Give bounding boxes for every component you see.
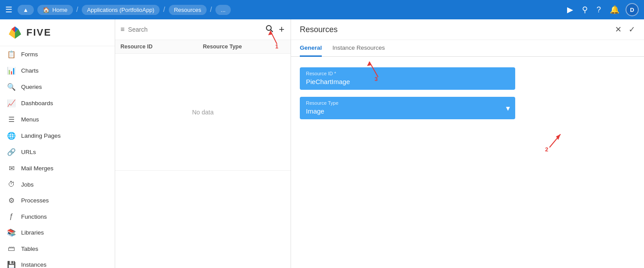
dropdown-icon[interactable]: ▾ — [506, 103, 510, 113]
add-button[interactable]: + — [278, 23, 285, 36]
resource-id-value: PieChartImage — [306, 78, 509, 85]
col-header-resource-type: Resource Type — [203, 44, 286, 50]
sidebar-label-landing-pages: Landing Pages — [21, 132, 61, 139]
sidebar: FIVE 📋 Forms 📊 Charts 🔍 Queries 📈 Dashbo… — [0, 19, 115, 268]
sidebar-item-processes[interactable]: ⚙ Processes — [0, 192, 115, 209]
up-icon: ▲ — [23, 7, 29, 13]
sidebar-label-forms: Forms — [21, 51, 38, 58]
detail-header: Resources ✕ ✓ — [291, 19, 644, 40]
sidebar-item-urls[interactable]: 🔗 URLs — [0, 144, 115, 160]
search-button[interactable] — [265, 24, 274, 36]
sidebar-item-charts[interactable]: 📊 Charts — [0, 62, 115, 79]
logo-text: FIVE — [26, 27, 51, 38]
ellipsis-label: ... — [221, 7, 226, 13]
sidebar-label-libraries: Libraries — [21, 229, 44, 236]
home-button[interactable]: 🏠 Home — [37, 5, 73, 15]
tab-general[interactable]: General — [300, 40, 322, 57]
ellipsis-breadcrumb[interactable]: ... — [215, 5, 231, 15]
sidebar-item-instances[interactable]: 💾 Instances — [0, 257, 115, 268]
functions-icon: ƒ — [7, 213, 16, 220]
avatar-label: D — [630, 7, 634, 13]
no-data-text: No data — [192, 109, 214, 116]
sidebar-label-dashboards: Dashboards — [21, 100, 53, 106]
sidebar-item-menus[interactable]: ☰ Menus — [0, 111, 115, 128]
play-button[interactable]: ▶ — [564, 3, 576, 16]
sidebar-label-functions: Functions — [21, 213, 47, 220]
resources-breadcrumb[interactable]: Resources — [169, 5, 207, 15]
mail-merges-icon: ✉ — [7, 164, 16, 173]
resource-type-value: Image — [306, 107, 509, 115]
sidebar-logo: FIVE — [0, 19, 115, 46]
sidebar-item-jobs[interactable]: ⏱ Jobs — [0, 176, 115, 192]
sidebar-item-dashboards[interactable]: 📈 Dashboards — [0, 95, 115, 111]
app-breadcrumb[interactable]: Applications (PortfolioApp) — [82, 5, 160, 15]
sidebar-label-jobs: Jobs — [21, 181, 34, 188]
urls-icon: 🔗 — [7, 148, 16, 156]
topbar: ☰ ▲ 🏠 Home / Applications (PortfolioApp)… — [0, 0, 644, 19]
breadcrumb-separator-1: / — [76, 6, 78, 14]
resource-id-field[interactable]: Resource ID * PieChartImage — [300, 67, 515, 90]
breadcrumb-separator-3: / — [210, 6, 212, 14]
sidebar-label-urls: URLs — [21, 149, 36, 155]
form-area: Resource ID * PieChartImage Resource Typ… — [291, 57, 644, 268]
notifications-button[interactable]: 🔔 — [607, 3, 622, 16]
processes-icon: ⚙ — [7, 196, 16, 205]
filter-icon: ≡ — [120, 26, 124, 33]
sidebar-label-mail-merges: Mail Merges — [21, 165, 54, 172]
tab-instance-resources[interactable]: Instance Resources — [332, 40, 385, 57]
sidebar-label-processes: Processes — [21, 197, 49, 204]
list-panel: ≡ + Resource ID Resource Type No da — [115, 19, 291, 268]
home-icon: 🏠 — [43, 7, 50, 13]
libraries-icon: 📚 — [7, 228, 16, 237]
list-toolbar: ≡ + — [115, 19, 291, 40]
resource-id-label: Resource ID * — [306, 71, 509, 76]
list-empty-state: No data — [115, 54, 291, 171]
tables-icon: 🗃 — [7, 245, 16, 253]
list-empty-bottom — [115, 171, 291, 268]
sidebar-item-tables[interactable]: 🗃 Tables — [0, 241, 115, 257]
landing-pages-icon: 🌐 — [7, 132, 16, 140]
search-icon — [266, 25, 273, 33]
detail-title: Resources — [300, 25, 615, 34]
sidebar-item-functions[interactable]: ƒ Functions — [0, 209, 115, 224]
detail-panel: Resources ✕ ✓ General Instance Resources — [291, 19, 644, 268]
sidebar-item-forms[interactable]: 📋 Forms — [0, 46, 115, 62]
help-button[interactable]: ? — [594, 4, 604, 16]
queries-icon: 🔍 — [7, 83, 16, 91]
resource-type-label: Resource Type — [306, 100, 509, 106]
tab-general-label: General — [300, 44, 322, 51]
up-button[interactable]: ▲ — [18, 5, 34, 15]
sidebar-item-mail-merges[interactable]: ✉ Mail Merges — [0, 160, 115, 176]
forms-icon: 📋 — [7, 50, 16, 59]
sidebar-item-landing-pages[interactable]: 🌐 Landing Pages — [0, 128, 115, 144]
sidebar-label-menus: Menus — [21, 116, 39, 123]
search-input[interactable] — [128, 26, 261, 33]
home-label: Home — [52, 7, 68, 13]
confirm-button[interactable]: ✓ — [629, 25, 635, 34]
menus-icon: ☰ — [7, 115, 16, 124]
sidebar-item-libraries[interactable]: 📚 Libraries — [0, 224, 115, 241]
sidebar-label-instances: Instances — [21, 261, 47, 268]
app-label: Applications (PortfolioApp) — [87, 7, 154, 13]
list-table-header: Resource ID Resource Type — [115, 40, 291, 54]
instances-icon: 💾 — [7, 261, 16, 268]
hamburger-icon[interactable]: ☰ — [5, 5, 12, 15]
avatar[interactable]: D — [626, 3, 639, 16]
tab-instance-resources-label: Instance Resources — [332, 44, 385, 51]
detail-header-actions: ✕ ✓ — [615, 25, 635, 34]
col-header-resource-id: Resource ID — [120, 44, 203, 50]
five-logo-icon — [7, 25, 23, 40]
jobs-icon: ⏱ — [7, 180, 16, 188]
charts-icon: 📊 — [7, 66, 16, 75]
resource-type-field[interactable]: Resource Type Image ▾ — [300, 97, 515, 119]
dashboards-icon: 📈 — [7, 99, 16, 107]
close-button[interactable]: ✕ — [615, 25, 622, 34]
sidebar-label-queries: Queries — [21, 84, 42, 90]
sidebar-label-charts: Charts — [21, 67, 39, 74]
breadcrumb-separator-2: / — [163, 6, 165, 14]
topbar-search-button[interactable]: ⚲ — [579, 3, 590, 16]
svg-line-2 — [271, 29, 273, 32]
sidebar-item-queries[interactable]: 🔍 Queries — [0, 79, 115, 95]
resources-label: Resources — [174, 7, 201, 13]
sidebar-label-tables: Tables — [21, 246, 38, 252]
